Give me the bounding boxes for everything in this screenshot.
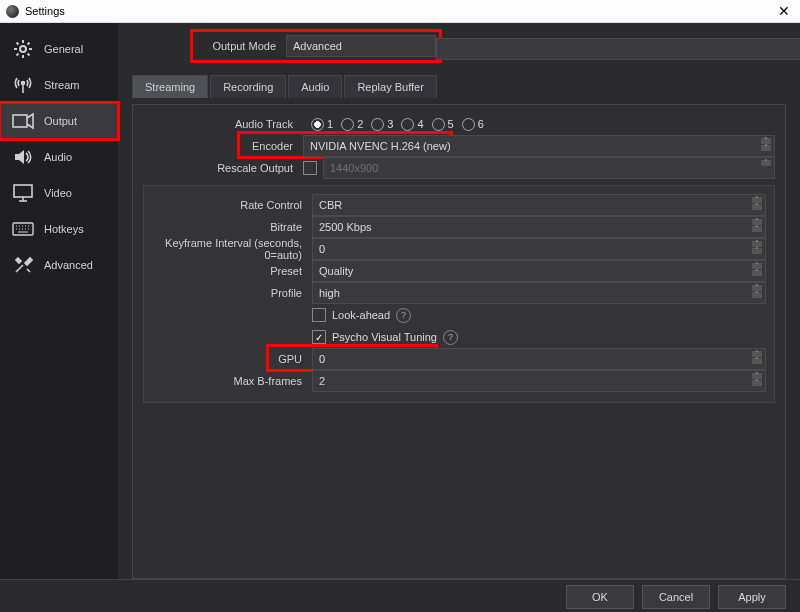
lookahead-checkbox[interactable]: [312, 308, 326, 322]
output-mode-select-ext[interactable]: ˄˅: [436, 38, 800, 60]
output-mode-select[interactable]: Advanced: [286, 35, 436, 57]
tab-replay-buffer[interactable]: Replay Buffer: [344, 75, 436, 98]
tab-streaming[interactable]: Streaming: [132, 75, 208, 98]
sidebar-item-audio[interactable]: Audio: [0, 139, 118, 175]
encoder-label: Encoder: [143, 140, 303, 152]
max-b-label: Max B-frames: [152, 375, 312, 387]
encoder-select[interactable]: NVIDIA NVENC H.264 (new) ˄˅: [303, 135, 775, 157]
svg-line-8: [28, 43, 30, 45]
sidebar-item-label: Video: [44, 187, 72, 199]
audio-track-group: 1 2 3 4 5 6: [303, 118, 484, 131]
audio-track-1[interactable]: [311, 118, 324, 131]
rescale-value: 1440x900: [330, 162, 378, 174]
preset-select[interactable]: Quality ˄˅: [312, 260, 766, 282]
bitrate-label: Bitrate: [152, 221, 312, 233]
audio-track-5[interactable]: [432, 118, 445, 131]
sidebar: General Stream Output Audio Video: [0, 23, 118, 579]
keyframe-input[interactable]: 0 ˄˅: [312, 238, 766, 260]
psycho-label: Psycho Visual Tuning: [332, 331, 437, 343]
gpu-label: GPU: [152, 353, 312, 365]
window-title: Settings: [25, 5, 774, 17]
titlebar: Settings ✕: [0, 0, 800, 23]
svg-rect-11: [13, 115, 27, 127]
audio-track-3[interactable]: [371, 118, 384, 131]
svg-rect-12: [14, 185, 32, 197]
sidebar-item-label: General: [44, 43, 83, 55]
help-icon[interactable]: ?: [396, 308, 411, 323]
sidebar-item-video[interactable]: Video: [0, 175, 118, 211]
rescale-select[interactable]: 1440x900 ˅: [323, 157, 775, 179]
max-b-input[interactable]: 2 ˄˅: [312, 370, 766, 392]
gear-icon: [12, 38, 34, 60]
rescale-label: Rescale Output: [143, 162, 303, 174]
sidebar-item-general[interactable]: General: [0, 31, 118, 67]
output-mode-label: Output Mode: [196, 40, 286, 52]
profile-label: Profile: [152, 287, 312, 299]
rate-control-label: Rate Control: [152, 199, 312, 211]
sidebar-item-advanced[interactable]: Advanced: [0, 247, 118, 283]
rate-control-select[interactable]: CBR ˄˅: [312, 194, 766, 216]
lookahead-label: Look-ahead: [332, 309, 390, 321]
sidebar-item-hotkeys[interactable]: Hotkeys: [0, 211, 118, 247]
monitor-icon: [12, 182, 34, 204]
svg-line-7: [17, 54, 19, 56]
audio-track-6[interactable]: [462, 118, 475, 131]
profile-select[interactable]: high ˄˅: [312, 282, 766, 304]
audio-track-label: Audio Track: [143, 118, 303, 130]
svg-line-6: [28, 54, 30, 56]
tab-audio[interactable]: Audio: [288, 75, 342, 98]
encoder-settings: Rate Control CBR ˄˅ Bitrate 2500 Kbps ˄˅…: [143, 185, 775, 403]
sidebar-item-output[interactable]: Output: [0, 103, 118, 139]
speaker-icon: [12, 146, 34, 168]
audio-track-4[interactable]: [401, 118, 414, 131]
audio-track-2[interactable]: [341, 118, 354, 131]
keyboard-icon: [12, 218, 34, 240]
rescale-checkbox[interactable]: [303, 161, 317, 175]
bitrate-input[interactable]: 2500 Kbps ˄˅: [312, 216, 766, 238]
output-tabs: Streaming Recording Audio Replay Buffer: [132, 75, 786, 98]
streaming-panel: Audio Track 1 2 3 4 5 6 Encoder NVIDIA N…: [132, 104, 786, 579]
sidebar-item-label: Hotkeys: [44, 223, 84, 235]
sidebar-item-label: Audio: [44, 151, 72, 163]
gpu-input[interactable]: 0 ˄˅: [312, 348, 766, 370]
sidebar-item-label: Output: [44, 115, 77, 127]
cancel-button[interactable]: Cancel: [642, 585, 710, 609]
keyframe-label: Keyframe Interval (seconds, 0=auto): [152, 237, 312, 261]
app-icon: [6, 5, 19, 18]
output-icon: [12, 110, 34, 132]
preset-label: Preset: [152, 265, 312, 277]
encoder-value: NVIDIA NVENC H.264 (new): [310, 140, 451, 152]
ok-button[interactable]: OK: [566, 585, 634, 609]
footer: OK Cancel Apply: [0, 579, 800, 612]
output-mode-value: Advanced: [293, 40, 342, 52]
sidebar-item-label: Stream: [44, 79, 79, 91]
tab-recording[interactable]: Recording: [210, 75, 286, 98]
apply-button[interactable]: Apply: [718, 585, 786, 609]
tools-icon: [12, 254, 34, 276]
main-panel: Output Mode Advanced ˄˅ Streaming Record…: [118, 23, 800, 579]
svg-line-5: [17, 43, 19, 45]
close-icon[interactable]: ✕: [774, 4, 794, 18]
sidebar-item-stream[interactable]: Stream: [0, 67, 118, 103]
psycho-checkbox[interactable]: [312, 330, 326, 344]
antenna-icon: [12, 74, 34, 96]
help-icon[interactable]: ?: [443, 330, 458, 345]
svg-point-0: [20, 46, 26, 52]
sidebar-item-label: Advanced: [44, 259, 93, 271]
